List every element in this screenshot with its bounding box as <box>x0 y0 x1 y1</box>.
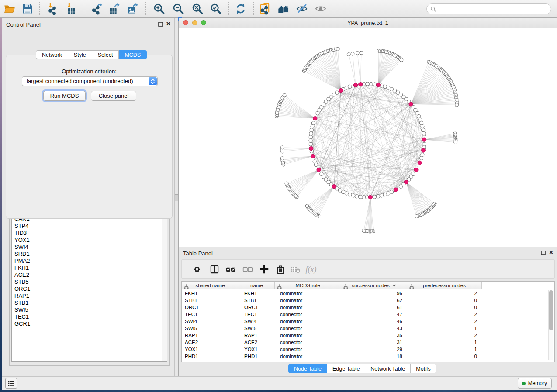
memory-label: Memory <box>528 380 547 386</box>
mcds-result-item[interactable]: SWI4 <box>12 244 167 251</box>
refresh-icon[interactable] <box>235 3 247 15</box>
search-icon <box>430 6 436 12</box>
tab-mcds[interactable]: MCDS <box>119 50 147 59</box>
float-table-panel-icon[interactable] <box>541 251 546 255</box>
column-browser-icon[interactable] <box>209 264 220 275</box>
ring-node <box>366 82 369 86</box>
zoom-out-icon[interactable] <box>172 3 184 15</box>
ring-node <box>422 132 426 135</box>
column-header-name[interactable]: name <box>239 282 275 289</box>
tab-style[interactable]: Style <box>68 50 92 59</box>
double-house-icon[interactable] <box>277 3 290 15</box>
table-row[interactable]: STB1STB1dominator620 <box>182 297 482 304</box>
doc-network-icon[interactable] <box>259 3 271 15</box>
ring-node <box>380 194 383 197</box>
memory-button[interactable]: Memory <box>518 378 552 389</box>
ring-node <box>422 128 425 132</box>
mcds-hub-node <box>414 168 418 172</box>
ring-node <box>335 91 339 94</box>
optimization-criterion-select[interactable]: largest connected component (undirected) <box>22 76 158 86</box>
tab-motifs[interactable]: Motifs <box>411 364 436 373</box>
delete-column-icon[interactable] <box>275 264 286 275</box>
table-row[interactable]: YOX1YOX1connector291 <box>182 346 482 353</box>
mcds-result-item[interactable]: STP4 <box>12 223 167 230</box>
table-row[interactable]: TEC1TEC1connector472 <box>182 311 482 318</box>
close-table-panel-icon[interactable]: ✕ <box>549 250 554 256</box>
mcds-result-item[interactable]: GCR1 <box>12 320 167 327</box>
add-column-icon[interactable] <box>259 264 270 275</box>
open-folder-icon[interactable] <box>3 3 16 15</box>
table-row[interactable]: SWI4SWI4dominator462 <box>182 318 482 325</box>
tab-network-table[interactable]: Network Table <box>365 364 411 373</box>
table-row[interactable]: ACE2ACE2connector311 <box>182 339 482 346</box>
column-header-shared-name[interactable]: shared name <box>182 282 239 289</box>
mcds-result-item[interactable]: YOX1 <box>12 237 167 244</box>
select-all-icon[interactable] <box>225 264 236 275</box>
float-panel-icon[interactable] <box>158 22 163 27</box>
column-header-MCDS-role[interactable]: MCDS role <box>275 282 341 289</box>
mcds-result-item[interactable]: ACE2 <box>12 272 167 279</box>
select-stepper-icon <box>149 77 157 85</box>
tab-node-table[interactable]: Node Table <box>288 364 327 373</box>
zoom-in-icon[interactable] <box>153 3 165 15</box>
eye-slash-icon[interactable] <box>296 3 308 15</box>
column-header-predecessor-nodes[interactable]: predecessor nodes <box>407 282 482 289</box>
search-field[interactable] <box>426 3 551 14</box>
export-image-icon[interactable] <box>127 3 139 15</box>
mcds-result-item[interactable]: ORC1 <box>12 285 167 292</box>
tab-select[interactable]: Select <box>92 50 119 59</box>
save-session-icon[interactable] <box>21 3 34 15</box>
ring-node <box>369 82 373 86</box>
table-scrollbar[interactable] <box>548 290 553 360</box>
tab-edge-table[interactable]: Edge Table <box>327 364 365 373</box>
mcds-result-item[interactable]: FKH1 <box>12 265 167 272</box>
network-graph[interactable] <box>179 28 557 247</box>
table-row[interactable]: PHD1PHD1dominator180 <box>182 353 482 360</box>
run-mcds-button[interactable]: Run MCDS <box>43 91 86 101</box>
node-table-body: FKH1FKH1dominator962STB1STB1dominator620… <box>182 290 482 360</box>
mcds-result-item[interactable]: TEC1 <box>12 313 167 320</box>
function-builder-icon: f(x) <box>305 264 317 275</box>
network-canvas[interactable] <box>179 28 557 247</box>
table-row[interactable]: SWI5SWI5connector431 <box>182 325 482 332</box>
splitter-grip[interactable] <box>175 194 178 201</box>
zoom-fit-icon[interactable] <box>191 3 204 15</box>
export-table-icon[interactable] <box>108 3 121 15</box>
tab-network[interactable]: Network <box>36 50 68 59</box>
status-bar: Memory <box>2 376 557 390</box>
mcds-result-group: MCDS result (17 nodes) PHD1CAR1STP4TID3Y… <box>9 204 170 366</box>
memory-status-icon <box>522 382 526 385</box>
column-header-successor-nodes[interactable]: successor nodes <box>341 282 407 289</box>
import-network-icon[interactable] <box>46 3 59 15</box>
ring-node <box>345 192 348 195</box>
ring-node <box>313 160 316 163</box>
table-row[interactable]: ORC1ORC1dominator610 <box>182 304 482 311</box>
close-panel-button[interactable]: Close panel <box>91 91 136 101</box>
mcds-result-list[interactable]: PHD1CAR1STP4TID3YOX1SWI4SRD1PMA2FKH1ACE2… <box>11 208 167 362</box>
mcds-result-item[interactable]: RAP1 <box>12 292 167 299</box>
export-network-icon[interactable] <box>91 3 103 15</box>
mcds-result-item[interactable]: STB1 <box>12 299 167 306</box>
task-history-button[interactable] <box>5 378 17 389</box>
mcds-result-item[interactable]: TID3 <box>12 230 167 237</box>
mcds-result-item[interactable]: PMA2 <box>12 258 167 265</box>
satellite-node <box>336 47 339 51</box>
settings-gear-icon[interactable] <box>191 264 203 275</box>
network-window-titlebar[interactable]: YPA_prune.txt_1 <box>179 18 557 28</box>
eye-icon[interactable] <box>315 3 327 15</box>
vertical-splitter[interactable] <box>175 18 178 376</box>
search-input[interactable] <box>439 6 543 12</box>
import-table-icon[interactable] <box>65 3 77 15</box>
deselect-all-icon[interactable] <box>242 264 253 275</box>
mcds-result-item[interactable]: SRD1 <box>12 251 167 258</box>
close-panel-icon[interactable]: ✕ <box>166 21 171 27</box>
table-row[interactable]: FKH1FKH1dominator962 <box>182 290 482 297</box>
zoom-selected-icon[interactable] <box>210 3 222 15</box>
mcds-result-item[interactable]: STB5 <box>12 279 167 285</box>
cytoscape-window: Control Panel ✕ NetworkStyleSelectMCDS O… <box>0 0 557 392</box>
table-scrollbar-thumb[interactable] <box>549 290 553 330</box>
mcds-result-item[interactable]: SWI5 <box>12 306 167 313</box>
table-row[interactable]: RAP1RAP1dominator352 <box>182 332 482 339</box>
mcds-list-scrollbar[interactable] <box>162 209 167 361</box>
ring-node <box>311 121 315 125</box>
